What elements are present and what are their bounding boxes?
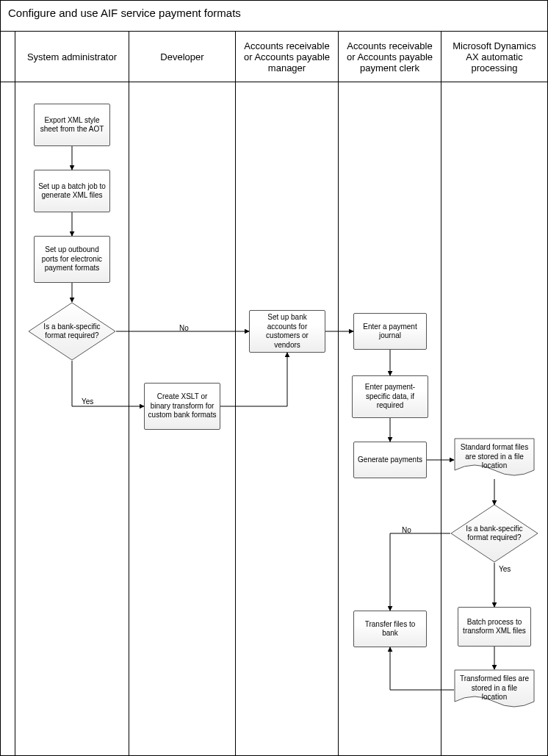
node-standard-files: Standard format files are stored in a fi… — [454, 438, 535, 479]
node-payment-journal: Enter a payment journal — [353, 313, 427, 350]
node-standard-files-text: Standard format files are stored in a fi… — [458, 445, 530, 469]
edge-label-yes-2: Yes — [499, 565, 511, 573]
lane-header-automatic: Microsoft Dynamics AX automatic processi… — [441, 32, 547, 82]
edge-label-no-2: No — [402, 526, 411, 534]
node-payment-data: Enter payment-specific data, if required — [352, 375, 428, 418]
decision-bank-format-1: Is a bank-specific format required? — [28, 302, 116, 361]
lane-header-developer: Developer — [129, 32, 236, 82]
diagram-page: Configure and use AIF service payment fo… — [0, 0, 548, 756]
decision-2-text: Is a bank-specific format required? — [461, 519, 528, 548]
decision-1-text: Is a bank-specific format required? — [38, 317, 106, 346]
diagram-title: Configure and use AIF service payment fo… — [1, 1, 547, 32]
swimlane-header-row: System administrator Developer Accounts … — [1, 32, 547, 82]
node-setup-batch: Set up a batch job to generate XML files — [34, 170, 110, 212]
flowchart-canvas: Export XML style sheet from the AOT Set … — [1, 82, 547, 756]
lane-header-manager: Accounts receivable or Accounts payable … — [236, 32, 339, 82]
edge-label-no-1: No — [179, 324, 189, 332]
node-bank-accounts: Set up bank accounts for customers or ve… — [249, 310, 325, 353]
node-generate-payments: Generate payments — [353, 442, 427, 478]
node-batch-transform: Batch process to transform XML files — [458, 607, 531, 647]
header-gutter — [1, 32, 15, 82]
lane-header-sysadmin: System administrator — [15, 32, 129, 82]
node-outbound-ports: Set up outbound ports for electronic pay… — [34, 236, 110, 283]
node-transformed-files: Transformed files are stored in a file l… — [454, 669, 535, 710]
node-transfer-files: Transfer files to bank — [353, 611, 427, 647]
node-create-xslt: Create XSLT or binary transform for cust… — [144, 383, 220, 430]
lane-header-clerk: Accounts receivable or Accounts payable … — [339, 32, 441, 82]
node-export-xml: Export XML style sheet from the AOT — [34, 104, 110, 146]
edge-label-yes-1: Yes — [82, 397, 93, 406]
decision-bank-format-2: Is a bank-specific format required? — [450, 504, 538, 563]
node-transformed-files-text: Transformed files are stored in a file l… — [458, 677, 530, 700]
